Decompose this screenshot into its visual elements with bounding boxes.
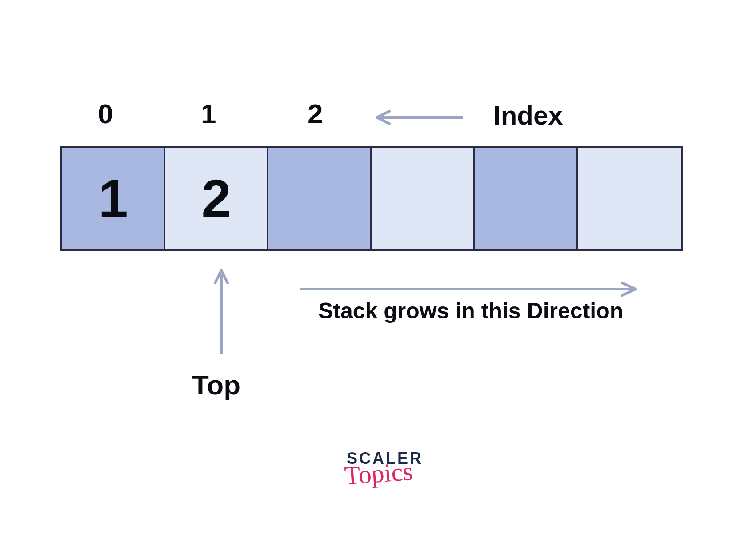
stack-cell-1: 2 [165,148,268,249]
stack-cell-4 [475,148,578,249]
index-0: 0 [98,98,113,129]
arrow-up-icon [212,265,230,354]
grow-direction-label: Stack grows in this Direction [318,298,623,324]
top-label: Top [192,369,240,401]
index-1: 1 [201,98,216,129]
diagram-canvas: 0 1 2 Index 1 2 Top Stack grows in this … [0,0,756,551]
stack-cell-0: 1 [62,148,165,249]
index-2: 2 [308,98,323,129]
scaler-topics-logo: SCALER Topics [347,449,423,482]
logo-line2: Topics [340,463,417,484]
stack-array: 1 2 [60,146,683,251]
stack-cell-3 [372,148,475,249]
index-label: Index [493,100,563,131]
arrow-left-icon [370,109,468,126]
stack-cell-5 [578,148,681,249]
arrow-right-icon [295,280,642,298]
stack-cell-2 [268,148,372,249]
